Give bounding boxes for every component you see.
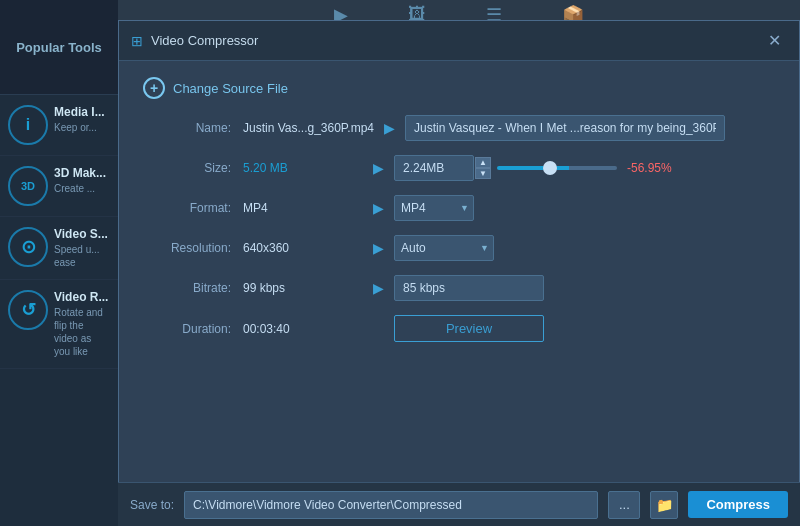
sidebar-item-video-speed[interactable]: ⊙ Video S... Speed u... ease bbox=[0, 217, 118, 280]
sidebar-header: Popular Tools bbox=[0, 0, 118, 95]
size-arrow-icon: ▶ bbox=[373, 160, 384, 176]
folder-button[interactable]: 📁 bbox=[650, 491, 678, 519]
video-speed-desc: Speed u... ease bbox=[54, 243, 110, 269]
size-increment-btn[interactable]: ▲ bbox=[475, 157, 491, 168]
format-select-wrapper: MP4 AVI MOV MKV bbox=[394, 195, 474, 221]
size-target-input[interactable] bbox=[394, 155, 474, 181]
name-label: Name: bbox=[153, 121, 243, 135]
resolution-select-wrapper: Auto 640x360 1280x720 1920x1080 bbox=[394, 235, 494, 261]
name-row: Name: Justin Vas...g_360P.mp4 ▶ bbox=[153, 115, 765, 141]
bitrate-arrow-icon: ▶ bbox=[373, 280, 384, 296]
video-speed-title: Video S... bbox=[54, 227, 110, 241]
format-label: Format: bbox=[153, 201, 243, 215]
sidebar-header-label: Popular Tools bbox=[16, 40, 102, 55]
slider-value-label: -56.95% bbox=[627, 161, 682, 175]
compress-button[interactable]: Compress bbox=[688, 491, 788, 518]
dialog-title-icon: ⊞ bbox=[131, 33, 143, 49]
size-spinner-wrapper: ▲ ▼ bbox=[394, 155, 491, 181]
media-info-title: Media I... bbox=[54, 105, 110, 119]
change-source-label: Change Source File bbox=[173, 81, 288, 96]
3d-maker-desc: Create ... bbox=[54, 182, 110, 195]
size-slider[interactable] bbox=[497, 166, 617, 170]
resolution-source-value: 640x360 bbox=[243, 241, 363, 255]
sidebar-item-media-info[interactable]: i Media I... Keep or... bbox=[0, 95, 118, 156]
resolution-select[interactable]: Auto 640x360 1280x720 1920x1080 bbox=[394, 235, 494, 261]
video-compressor-dialog: ⊞ Video Compressor ✕ + Change Source Fil… bbox=[118, 20, 800, 526]
format-row: Format: MP4 ▶ MP4 AVI MOV MKV bbox=[153, 195, 765, 221]
size-label: Size: bbox=[153, 161, 243, 175]
video-rotate-icon: ↺ bbox=[8, 290, 48, 330]
size-source-value: 5.20 MB bbox=[243, 161, 363, 175]
sidebar-item-video-rotate[interactable]: ↺ Video R... Rotate and flip the video a… bbox=[0, 280, 118, 369]
duration-label: Duration: bbox=[153, 322, 243, 336]
dialog-title: Video Compressor bbox=[151, 33, 258, 48]
save-to-label: Save to: bbox=[130, 498, 174, 512]
3d-maker-title: 3D Mak... bbox=[54, 166, 110, 180]
bitrate-source-value: 99 kbps bbox=[243, 281, 363, 295]
save-path-input[interactable] bbox=[184, 491, 598, 519]
dialog-body: + Change Source File Name: Justin Vas...… bbox=[119, 61, 799, 525]
name-source-value: Justin Vas...g_360P.mp4 bbox=[243, 121, 374, 135]
name-arrow-icon: ▶ bbox=[384, 120, 395, 136]
bitrate-target-input[interactable] bbox=[394, 275, 544, 301]
change-source-icon: + bbox=[143, 77, 165, 99]
name-target-input[interactable] bbox=[405, 115, 725, 141]
dots-button[interactable]: ... bbox=[608, 491, 640, 519]
sidebar: Popular Tools i Media I... Keep or... 3D… bbox=[0, 0, 118, 526]
size-row: Size: 5.20 MB ▶ ▲ ▼ -56.95% bbox=[153, 155, 765, 181]
video-rotate-desc: Rotate and flip the video as you like bbox=[54, 306, 110, 358]
folder-icon: 📁 bbox=[656, 497, 673, 513]
duration-row: Duration: 00:03:40 ▶ Preview bbox=[153, 315, 765, 342]
change-source-button[interactable]: + Change Source File bbox=[133, 71, 785, 105]
format-arrow-icon: ▶ bbox=[373, 200, 384, 216]
3d-maker-icon: 3D bbox=[8, 166, 48, 206]
dialog-titlebar: ⊞ Video Compressor ✕ bbox=[119, 21, 799, 61]
video-speed-icon: ⊙ bbox=[8, 227, 48, 267]
media-info-desc: Keep or... bbox=[54, 121, 110, 134]
size-decrement-btn[interactable]: ▼ bbox=[475, 168, 491, 179]
video-rotate-title: Video R... bbox=[54, 290, 110, 304]
bitrate-row: Bitrate: 99 kbps ▶ bbox=[153, 275, 765, 301]
resolution-arrow-icon: ▶ bbox=[373, 240, 384, 256]
close-button[interactable]: ✕ bbox=[762, 29, 787, 52]
resolution-row: Resolution: 640x360 ▶ Auto 640x360 1280x… bbox=[153, 235, 765, 261]
format-source-value: MP4 bbox=[243, 201, 363, 215]
slider-area: -56.95% bbox=[497, 161, 682, 175]
format-select[interactable]: MP4 AVI MOV MKV bbox=[394, 195, 474, 221]
bitrate-label: Bitrate: bbox=[153, 281, 243, 295]
preview-button[interactable]: Preview bbox=[394, 315, 544, 342]
bottom-bar: Save to: ... 📁 Compress bbox=[118, 482, 800, 526]
media-info-icon: i bbox=[8, 105, 48, 145]
resolution-label: Resolution: bbox=[153, 241, 243, 255]
sidebar-item-3d-maker[interactable]: 3D 3D Mak... Create ... bbox=[0, 156, 118, 217]
duration-value: 00:03:40 bbox=[243, 322, 363, 336]
form-area: Name: Justin Vas...g_360P.mp4 ▶ Size: 5.… bbox=[133, 115, 785, 515]
